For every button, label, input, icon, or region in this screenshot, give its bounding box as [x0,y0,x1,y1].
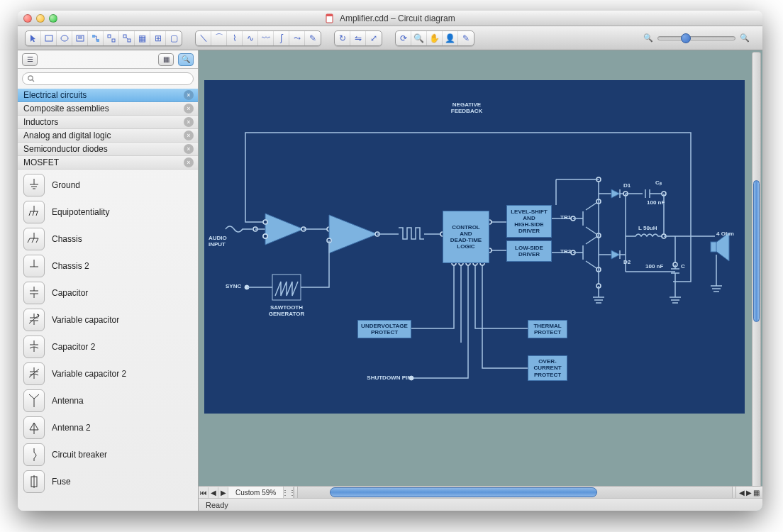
category-label: Semiconductor diodes [23,144,108,154]
close-icon[interactable]: × [184,90,194,100]
horizontal-scroll-thumb[interactable] [330,487,597,497]
arc-tool[interactable]: ⌒ [211,31,227,45]
shape-item[interactable]: Antenna [18,387,198,414]
hscroll-right[interactable]: ▶ [746,489,752,497]
freehand-tool[interactable]: ✎ [305,31,321,45]
align-tool[interactable]: ▦ [135,31,150,45]
minimize-button[interactable] [36,14,45,23]
close-icon[interactable]: × [184,157,194,167]
category-item[interactable]: MOSFET× [18,156,198,170]
polyline-tool[interactable]: ⌇ [227,31,243,45]
bezier-tool[interactable]: ʃ [274,31,289,45]
titlebar: Amplifier.cdd – Circuit diagram [18,11,762,26]
shape-item[interactable]: Chassis 2 [18,253,198,279]
refresh-tool[interactable]: ⟳ [396,31,411,45]
category-item[interactable]: Electrical circuits× [18,89,198,102]
path-tool[interactable]: ⤳ [289,31,305,45]
tab-first[interactable]: ⏮ [199,487,209,498]
scale-tool[interactable]: ⤢ [366,31,382,45]
zoom-slider[interactable] [657,36,735,40]
status-bar: Ready [199,498,762,511]
shape-label: Variable capacitor 2 [52,369,126,379]
group-tool[interactable]: ▢ [166,31,182,45]
label-d1: D1 [623,182,631,189]
category-item[interactable]: Composite assemblies× [18,102,198,116]
view-toggle-icon[interactable]: ▦ [753,489,760,497]
measure-tool[interactable]: 👤 [443,31,458,45]
svg-line-47 [29,394,34,399]
zoom-in-icon[interactable]: 🔍 [740,33,750,43]
close-icon[interactable]: × [184,117,194,127]
hscroll-left[interactable]: ◀ [739,489,745,497]
tab-next[interactable]: ▶ [218,487,228,498]
shape-list: GroundEquipotentialityChassisChassis 2Ca… [18,170,198,511]
svg-rect-8 [96,39,99,42]
text-tool[interactable] [72,31,88,45]
shape-label: Fuse [52,477,71,487]
flip-tool[interactable]: ⇋ [350,31,366,45]
zoom-button[interactable] [49,14,57,23]
svg-point-3 [61,35,68,41]
magnify-tool[interactable]: 🔍 [411,31,427,45]
svg-line-20 [29,211,30,216]
connector-tool-3[interactable] [119,31,135,45]
rotate-tool[interactable]: ↻ [335,31,350,45]
shape-item[interactable]: Fuse [18,468,198,495]
zoom-slider-thumb[interactable] [681,33,691,43]
svg-line-27 [36,238,38,243]
distribute-tool[interactable]: ⊞ [150,31,166,45]
spline-tool[interactable]: 〰 [258,31,274,45]
pointer-tool[interactable] [26,31,41,45]
block-overcurrent[interactable]: OVER-CURRENTPROTECT [528,355,567,381]
category-item[interactable]: Analog and digital logic× [18,129,198,143]
shape-item[interactable]: Chassis [18,226,198,253]
label-c: C [681,263,685,270]
tab-prev[interactable]: ◀ [209,487,218,498]
shape-item[interactable]: Variable capacitor [18,306,198,333]
canvas-area[interactable]: CONTROLANDDEAD-TIMELOGIC LEVEL-SHIFTANDH… [199,50,762,511]
block-undervoltage[interactable]: UNDERVOLTAGEPROTECT [357,320,411,338]
block-control[interactable]: CONTROLANDDEAD-TIMELOGIC [443,211,489,263]
circuit-diagram[interactable]: CONTROLANDDEAD-TIMELOGIC LEVEL-SHIFTANDH… [204,80,745,414]
pan-tool[interactable]: ✋ [427,31,443,45]
line-tool[interactable]: ＼ [196,31,211,45]
library-view-grid[interactable]: ▦ [158,53,174,66]
curve-tool[interactable]: ∿ [243,31,258,45]
vertical-scroll-thumb[interactable] [753,180,760,322]
shape-item[interactable]: Antenna 2 [18,414,198,441]
shape-item[interactable]: Ground [18,172,198,199]
connector-tool-2[interactable] [104,31,119,45]
page-tab[interactable]: Custom 59% [228,487,284,498]
horizontal-scrollbar[interactable] [297,487,733,498]
close-icon[interactable]: × [184,104,194,113]
library-view-tree[interactable]: ☰ [22,53,38,66]
svg-marker-61 [329,215,377,253]
library-search-input[interactable] [22,72,194,85]
shape-item[interactable]: Capacitor [18,279,198,306]
block-low-side[interactable]: LOW-SIDEDRIVER [506,240,552,262]
shape-item[interactable]: Circuit breaker [18,441,198,468]
svg-point-84 [263,234,267,238]
connector-tool-1[interactable] [88,31,104,45]
close-icon[interactable]: × [184,131,194,140]
library-search-toggle[interactable]: 🔍 [178,53,194,66]
label-d2: D2 [623,259,631,265]
category-item[interactable]: Inductors× [18,116,198,129]
eyedropper-tool[interactable]: ✎ [458,31,474,45]
shape-item[interactable]: Equipotentiality [18,199,198,226]
close-button[interactable] [23,14,32,23]
zoom-out-icon[interactable]: 🔍 [643,33,653,43]
vertical-scrollbar[interactable] [752,52,761,497]
svg-marker-77 [611,250,620,259]
ellipse-tool[interactable] [57,31,72,45]
shape-item[interactable]: Variable capacitor 2 [18,360,198,387]
tab-grip[interactable]: ⋮⋮ [284,487,294,498]
close-icon[interactable]: × [184,144,194,154]
svg-line-48 [34,394,39,399]
shape-item[interactable]: Capacitor 2 [18,333,198,360]
block-thermal[interactable]: THERMALPROTECT [528,320,567,338]
category-item[interactable]: Semiconductor diodes× [18,143,198,156]
rect-tool[interactable] [41,31,57,45]
shape-thumb-icon [23,228,45,250]
block-level-shift[interactable]: LEVEL-SHIFTANDHIGH-SIDEDRIVER [506,205,552,238]
